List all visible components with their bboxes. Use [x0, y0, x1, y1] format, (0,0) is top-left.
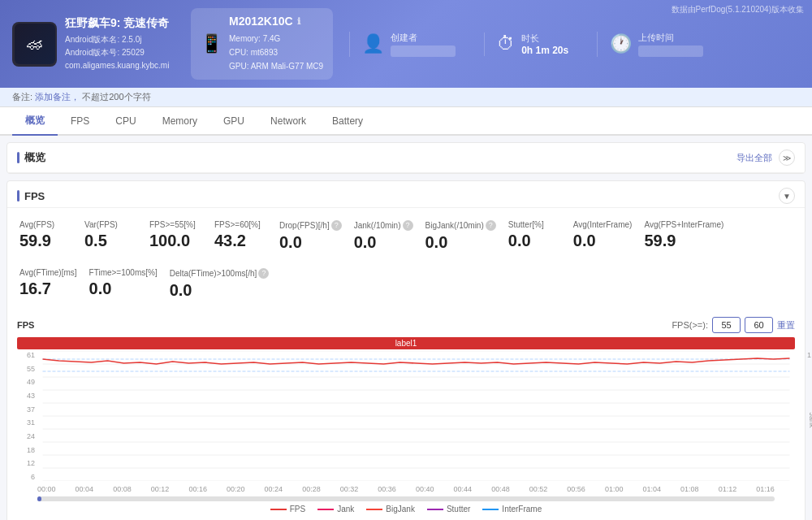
- metric-ftime100-value: 0.0: [89, 280, 158, 298]
- fps-playback-bar[interactable]: [37, 496, 775, 501]
- overview-section-header: 概览 导出全部 ≫: [7, 143, 805, 173]
- metric-delta-ftime-label: Delta(FTime)>100ms[/h]: [170, 269, 257, 278]
- notes-add-link[interactable]: 添加备注，: [35, 92, 80, 102]
- metric-fps60-label: FPS>=60[%]: [214, 220, 261, 229]
- time-00-56: 00:56: [567, 485, 585, 493]
- fps-chart-container: FPS FPS(>=): 重置 label1 61 55 49 43 3: [7, 310, 805, 520]
- metric-stutter-value: 0.0: [508, 232, 561, 250]
- tab-network[interactable]: Network: [257, 109, 319, 135]
- device-info: 📱 M2012K10C ℹ Memory: 7.4G CPU: mt6893 G…: [191, 8, 333, 80]
- metric-drop-fps: Drop(FPS)[/h]? 0.0: [279, 216, 354, 256]
- jank-help-icon[interactable]: ?: [403, 220, 413, 231]
- upload-section: 🕐 上传时间: [597, 32, 715, 57]
- upload-icon: 🕐: [610, 33, 632, 54]
- main-content: 概览 导出全部 ≫ FPS ▼ Avg(FPS) 59.9 Var(FPS) 0…: [0, 136, 812, 520]
- fps-chart-wrapper: 61 55 49 43 37 31 24 18 12 6: [17, 351, 795, 483]
- metric-jank-value: 0.0: [354, 233, 413, 252]
- fps-gte-label: FPS(>=):: [672, 320, 708, 330]
- export-button[interactable]: 导出全部: [736, 152, 772, 164]
- device-info-icon[interactable]: ℹ: [297, 16, 300, 27]
- metric-fps-interframe-label: Avg(FPS+InterFrame): [644, 220, 723, 229]
- metric-bigjank: BigJank(/10min)? 0.0: [425, 216, 508, 256]
- fps-chart-svg-wrapper: 1 Jank: [37, 351, 795, 483]
- duration-section: ⏱ 时长 0h 1m 20s: [484, 32, 581, 56]
- time-00-08: 00:08: [113, 485, 132, 493]
- legend-bigjank-label: BigJank: [386, 505, 415, 514]
- fps-collapse-button[interactable]: ▼: [779, 188, 795, 204]
- duration-value: 0h 1m 20s: [521, 45, 568, 56]
- time-00-48: 00:48: [491, 485, 510, 493]
- metric-var-fps-label: Var(FPS): [84, 220, 118, 229]
- y-label-12: 12: [17, 459, 35, 467]
- delta-ftime-help-icon[interactable]: ?: [258, 268, 269, 279]
- metric-stutter: Stutter[%] 0.0: [508, 216, 573, 256]
- metric-fps55: FPS>=55[%] 100.0: [149, 216, 214, 256]
- upload-value: [638, 46, 703, 57]
- fps-threshold-2-input[interactable]: [745, 317, 773, 333]
- fps-playback-handle[interactable]: [37, 496, 41, 501]
- fps-time-axis: 00:00 00:04 00:08 00:12 00:16 00:20 00:2…: [17, 483, 795, 493]
- notes-prefix: 备注:: [12, 92, 32, 102]
- metric-fps55-label: FPS>=55[%]: [149, 220, 196, 229]
- fps-metrics-row2: Avg(FTime)[ms] 16.7 FTime>=100ms[%] 0.0 …: [7, 264, 805, 310]
- time-00-00: 00:00: [37, 485, 56, 493]
- fps-chart-legend: FPS Jank BigJank Stutter InterFrame: [17, 501, 795, 517]
- fps-chart-label-bar: label1: [17, 337, 795, 349]
- metric-fps60: FPS>=60[%] 43.2: [214, 216, 279, 256]
- metric-fps55-value: 100.0: [149, 232, 202, 250]
- tab-fps[interactable]: FPS: [58, 109, 102, 135]
- game-android-version: Android版本名: 2.5.0j: [65, 33, 169, 46]
- metric-jank-label: Jank(/10min): [354, 221, 401, 230]
- duration-icon: ⏱: [497, 33, 515, 54]
- metric-delta-ftime-value: 0.0: [170, 281, 270, 300]
- y-label-31: 31: [17, 418, 35, 427]
- overview-section: 概览 导出全部 ≫: [6, 142, 806, 174]
- tab-gpu[interactable]: GPU: [210, 109, 257, 135]
- time-01-12: 01:12: [719, 485, 737, 493]
- time-00-40: 00:40: [416, 485, 434, 493]
- legend-stutter: Stutter: [427, 505, 470, 514]
- metric-drop-fps-label: Drop(FPS)[/h]: [279, 221, 330, 230]
- legend-fps: FPS: [270, 505, 305, 514]
- fps-controls: FPS(>=): 重置: [672, 317, 795, 333]
- fps-chart-title: FPS: [17, 320, 34, 330]
- metric-fps-interframe-value: 59.9: [644, 232, 723, 250]
- legend-stutter-line: [427, 509, 443, 510]
- overview-collapse-button[interactable]: ≫: [779, 150, 795, 166]
- metric-avg-fps: Avg(FPS) 59.9: [19, 216, 84, 256]
- fps-section: FPS ▼ Avg(FPS) 59.9 Var(FPS) 0.5 FPS>=55…: [6, 180, 806, 520]
- tab-battery[interactable]: Battery: [319, 109, 376, 135]
- fps-chart-svg: [37, 351, 795, 481]
- overview-title: 概览: [17, 150, 45, 165]
- metric-var-fps: Var(FPS) 0.5: [84, 216, 149, 256]
- fps-reset-button[interactable]: 重置: [777, 319, 795, 332]
- tab-memory[interactable]: Memory: [149, 109, 210, 135]
- metric-interframe-label: Avg(InterFrame): [573, 220, 633, 229]
- fps-threshold-1-input[interactable]: [712, 317, 741, 333]
- tab-cpu[interactable]: CPU: [102, 109, 149, 135]
- y-label-24: 24: [17, 432, 35, 440]
- game-android-code: Android版本号: 25029: [65, 46, 169, 59]
- legend-jank: Jank: [317, 505, 354, 514]
- game-thumbnail: 🏎: [12, 22, 57, 67]
- bigjank-help-icon[interactable]: ?: [486, 220, 496, 231]
- legend-jank-line: [317, 509, 334, 510]
- drop-fps-help-icon[interactable]: ?: [331, 220, 342, 231]
- game-details: 狂野飙车9: 竞速传奇 Android版本名: 2.5.0j Android版本…: [65, 16, 169, 72]
- y-label-18: 18: [17, 446, 35, 454]
- metric-bigjank-label: BigJank(/10min): [425, 221, 484, 230]
- metric-stutter-label: Stutter[%]: [508, 220, 544, 229]
- device-icon: 📱: [201, 33, 222, 54]
- creator-section: 👤 创建者: [349, 32, 468, 57]
- device-cpu: CPU: mt6893: [229, 46, 323, 59]
- app-header: 🏎 狂野飙车9: 竞速传奇 Android版本名: 2.5.0j Android…: [0, 0, 812, 88]
- game-title: 狂野飙车9: 竞速传奇: [65, 16, 169, 31]
- time-00-28: 00:28: [302, 485, 321, 493]
- metric-interframe: Avg(InterFrame) 0.0: [573, 216, 645, 256]
- time-00-20: 00:20: [227, 485, 245, 493]
- time-01-08: 01:08: [680, 485, 699, 493]
- tab-overview[interactable]: 概览: [12, 107, 58, 136]
- game-info: 🏎 狂野飙车9: 竞速传奇 Android版本名: 2.5.0j Android…: [12, 16, 175, 72]
- fps-metrics-row1: Avg(FPS) 59.9 Var(FPS) 0.5 FPS>=55[%] 10…: [7, 208, 805, 264]
- y-label-43: 43: [17, 392, 35, 400]
